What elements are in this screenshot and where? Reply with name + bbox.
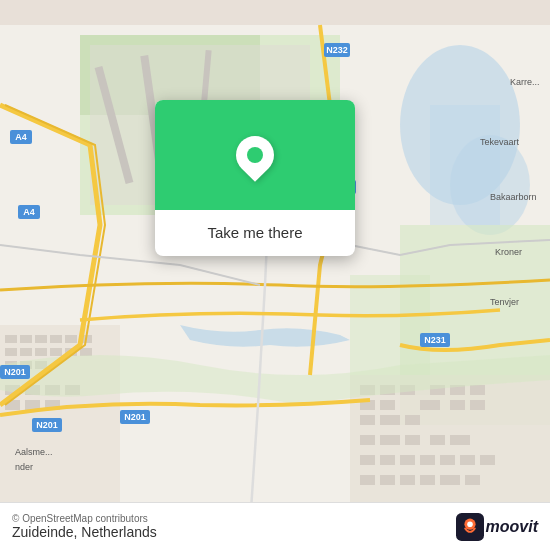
svg-rect-32 xyxy=(360,455,375,465)
moovit-logo[interactable]: moovit xyxy=(456,513,538,541)
svg-text:Aalsme...: Aalsme... xyxy=(15,447,53,457)
svg-rect-28 xyxy=(380,435,400,445)
svg-rect-9 xyxy=(430,105,500,225)
svg-rect-42 xyxy=(420,475,435,485)
svg-text:Tenvjer: Tenvjer xyxy=(490,297,519,307)
svg-rect-44 xyxy=(465,475,480,485)
svg-rect-25 xyxy=(450,400,465,410)
take-me-there-button[interactable]: Take me there xyxy=(207,224,302,241)
svg-rect-34 xyxy=(400,455,415,465)
map-container: A4 A4 N232 N232 N201 N201 N231 N201 xyxy=(0,0,550,550)
svg-rect-52 xyxy=(5,348,17,356)
copyright-text: © OpenStreetMap contributors xyxy=(12,513,157,524)
svg-rect-33 xyxy=(380,455,395,465)
svg-rect-41 xyxy=(400,475,415,485)
svg-text:A4: A4 xyxy=(15,132,27,142)
bottom-left-section: © OpenStreetMap contributors Zuideinde, … xyxy=(12,513,157,540)
svg-text:Tekevaart: Tekevaart xyxy=(480,137,520,147)
map-background: A4 A4 N232 N232 N201 N201 N231 N201 xyxy=(0,0,550,550)
svg-text:Bakaarborn: Bakaarborn xyxy=(490,192,537,202)
svg-rect-20 xyxy=(380,415,400,425)
popup-green-header xyxy=(155,100,355,210)
svg-rect-39 xyxy=(360,475,375,485)
svg-point-93 xyxy=(467,521,473,527)
svg-rect-55 xyxy=(50,348,62,356)
svg-rect-30 xyxy=(430,435,445,445)
svg-rect-46 xyxy=(5,335,17,343)
svg-rect-49 xyxy=(50,335,62,343)
svg-text:N232: N232 xyxy=(326,45,348,55)
svg-rect-50 xyxy=(65,335,77,343)
svg-rect-19 xyxy=(360,415,375,425)
svg-rect-27 xyxy=(360,435,375,445)
moovit-brand-text: moovit xyxy=(486,518,538,536)
svg-text:N201: N201 xyxy=(36,420,58,430)
bottom-bar: © OpenStreetMap contributors Zuideinde, … xyxy=(0,502,550,550)
svg-rect-31 xyxy=(450,435,470,445)
location-popup: Take me there xyxy=(155,100,355,256)
svg-text:Karre...: Karre... xyxy=(510,77,540,87)
svg-rect-48 xyxy=(35,335,47,343)
svg-rect-54 xyxy=(35,348,47,356)
svg-rect-57 xyxy=(80,348,92,356)
svg-text:N201: N201 xyxy=(124,412,146,422)
moovit-logo-icon xyxy=(456,513,484,541)
svg-text:A4: A4 xyxy=(23,207,35,217)
svg-text:N231: N231 xyxy=(424,335,446,345)
svg-rect-43 xyxy=(440,475,460,485)
svg-text:N201: N201 xyxy=(4,367,26,377)
svg-rect-36 xyxy=(440,455,455,465)
svg-rect-35 xyxy=(420,455,435,465)
svg-text:Kroner: Kroner xyxy=(495,247,522,257)
svg-rect-37 xyxy=(460,455,475,465)
svg-rect-38 xyxy=(480,455,495,465)
svg-rect-21 xyxy=(405,415,420,425)
svg-rect-26 xyxy=(470,400,485,410)
location-pin-icon xyxy=(228,128,282,182)
popup-button-area: Take me there xyxy=(155,210,355,256)
svg-rect-47 xyxy=(20,335,32,343)
svg-rect-24 xyxy=(470,385,485,395)
location-name: Zuideinde, Netherlands xyxy=(12,524,157,540)
svg-rect-29 xyxy=(405,435,420,445)
svg-rect-18 xyxy=(420,400,440,410)
svg-rect-53 xyxy=(20,348,32,356)
svg-rect-17 xyxy=(380,400,395,410)
svg-text:nder: nder xyxy=(15,462,33,472)
svg-rect-40 xyxy=(380,475,395,485)
